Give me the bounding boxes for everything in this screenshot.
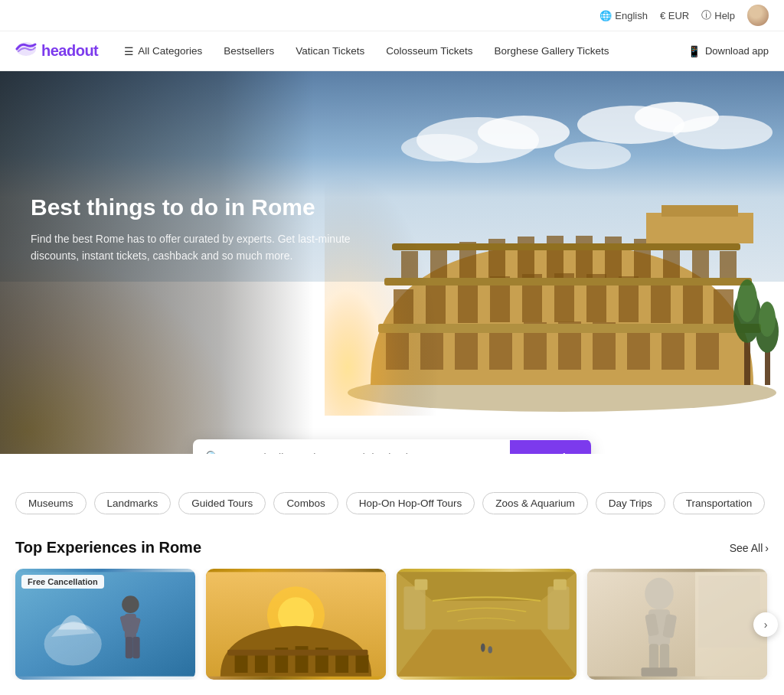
- svg-rect-85: [699, 576, 760, 648]
- card-image-1: Free Cancellation: [15, 569, 195, 680]
- colosseum-image: [325, 94, 784, 416]
- svg-point-81: [481, 643, 485, 651]
- svg-point-52: [759, 302, 776, 337]
- svg-rect-65: [235, 654, 248, 673]
- svg-point-6: [673, 116, 773, 149]
- cards-row: Free Cancellation: [0, 569, 784, 680]
- top-bar: 🌐 English € EUR ⓘ Help: [0, 0, 784, 31]
- pill-guided-tours[interactable]: Guided Tours: [178, 492, 266, 514]
- svg-rect-27: [651, 280, 671, 323]
- svg-point-82: [488, 646, 492, 653]
- svg-rect-78: [547, 586, 569, 629]
- nav-colosseum[interactable]: Colosseum Tickets: [384, 42, 474, 60]
- svg-point-7: [554, 142, 631, 169]
- svg-rect-37: [605, 237, 622, 279]
- currency-label: € EUR: [660, 10, 689, 21]
- logo-link[interactable]: headout: [15, 41, 98, 61]
- nav-borghese[interactable]: Borghese Gallery Tickets: [492, 42, 610, 60]
- svg-rect-46: [662, 205, 738, 217]
- language-selector[interactable]: 🌐 English: [599, 10, 648, 21]
- svg-rect-80: [554, 579, 567, 590]
- user-avatar[interactable]: [747, 5, 769, 26]
- section-title: Top Experiences in Rome: [15, 539, 201, 556]
- experience-card-1[interactable]: Free Cancellation: [15, 569, 195, 680]
- search-icon: 🔍: [193, 439, 230, 454]
- all-categories-menu[interactable]: ☰ All Categories: [122, 42, 204, 60]
- logo-text: headout: [41, 42, 98, 60]
- experience-card-4[interactable]: [587, 569, 767, 680]
- svg-rect-45: [646, 213, 753, 243]
- svg-rect-92: [642, 667, 678, 676]
- hero-section: Best things to do in Rome Find the best …: [0, 71, 784, 454]
- top-experiences-header: Top Experiences in Rome See All ›: [0, 539, 784, 556]
- pill-museums[interactable]: Museums: [15, 492, 87, 514]
- search-button[interactable]: Search: [510, 440, 591, 454]
- svg-rect-35: [547, 236, 564, 279]
- hero-text: Best things to do in Rome Find the best …: [31, 194, 352, 265]
- svg-point-2: [478, 116, 570, 149]
- svg-rect-17: [662, 328, 684, 370]
- svg-rect-41: [720, 251, 737, 280]
- svg-rect-77: [403, 586, 425, 629]
- svg-point-56: [122, 595, 139, 613]
- card-image-3: [397, 569, 577, 680]
- help-label: Help: [714, 10, 735, 21]
- hero-subtitle: Find the best Rome has to offer curated …: [31, 230, 352, 265]
- svg-rect-36: [576, 236, 593, 279]
- nav-bestsellers[interactable]: Bestsellers: [222, 42, 276, 60]
- hero-title: Best things to do in Rome: [31, 194, 352, 221]
- svg-rect-18: [696, 331, 719, 370]
- card-image-4: [587, 569, 767, 680]
- search-input[interactable]: [230, 441, 510, 455]
- pill-day-trips[interactable]: Day Trips: [596, 492, 665, 514]
- card-badge-1: Free Cancellation: [21, 575, 104, 589]
- language-label: English: [615, 10, 648, 21]
- svg-rect-60: [126, 637, 132, 658]
- svg-point-49: [737, 279, 757, 322]
- see-all-link[interactable]: See All ›: [730, 542, 769, 554]
- experience-card-3[interactable]: [397, 569, 577, 680]
- search-bar: 🔍 Search: [193, 439, 591, 454]
- pill-combos[interactable]: Combos: [273, 492, 338, 514]
- category-pills: Museums Landmarks Guided Tours Combos Ho…: [0, 492, 784, 514]
- pill-landmarks[interactable]: Landmarks: [94, 492, 172, 514]
- svg-rect-40: [692, 246, 709, 279]
- menu-icon: ☰: [124, 45, 134, 57]
- avatar-image: [747, 5, 769, 26]
- chevron-right-icon: ›: [764, 618, 768, 631]
- help-icon: ⓘ: [701, 8, 711, 22]
- svg-rect-29: [714, 289, 733, 324]
- chevron-right-icon: ›: [765, 542, 769, 554]
- all-categories-label: All Categories: [138, 45, 202, 57]
- svg-point-86: [645, 578, 674, 609]
- navbar: headout ☰ All Categories Bestsellers Vat…: [0, 31, 784, 71]
- svg-rect-72: [227, 650, 368, 656]
- hero-spacer: [0, 454, 784, 492]
- svg-rect-28: [683, 284, 703, 324]
- currency-selector[interactable]: € EUR: [660, 10, 689, 21]
- globe-icon: 🌐: [599, 10, 612, 21]
- download-app-label: Download app: [705, 45, 769, 57]
- nav-vatican[interactable]: Vatican Tickets: [294, 42, 366, 60]
- cards-next-button[interactable]: ›: [753, 612, 778, 637]
- download-app-link[interactable]: 📱 Download app: [688, 45, 769, 57]
- pill-hop-on[interactable]: Hop-On Hop-Off Tours: [346, 492, 475, 514]
- card-image-2: [206, 569, 386, 680]
- svg-rect-79: [415, 579, 428, 590]
- help-link[interactable]: ⓘ Help: [701, 8, 735, 22]
- pill-transportation[interactable]: Transportation: [673, 492, 766, 514]
- logo-icon: [15, 41, 37, 61]
- svg-rect-61: [132, 637, 139, 658]
- svg-rect-90: [649, 644, 658, 669]
- pill-zoos[interactable]: Zoos & Aquarium: [482, 492, 588, 514]
- see-all-label: See All: [730, 542, 763, 554]
- svg-rect-34: [518, 237, 534, 279]
- phone-icon: 📱: [688, 45, 701, 57]
- experience-card-2[interactable]: [206, 569, 386, 680]
- svg-rect-91: [660, 644, 669, 669]
- svg-rect-71: [356, 654, 369, 673]
